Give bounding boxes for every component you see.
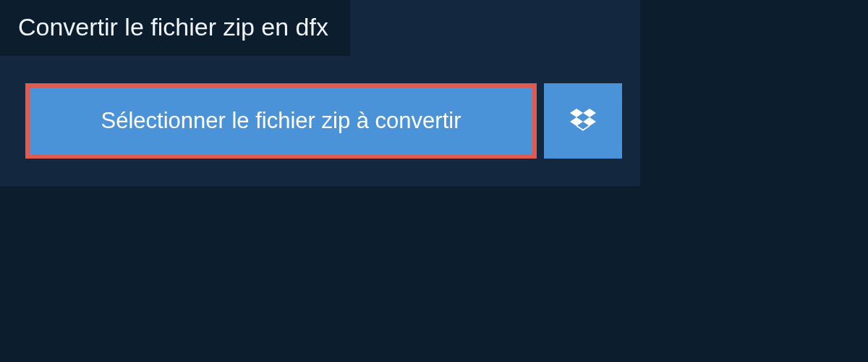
dropbox-icon — [570, 106, 596, 135]
action-row: Sélectionner le fichier zip à convertir — [0, 56, 640, 159]
tab-section: Convertir le fichier zip en dfx — [0, 0, 640, 56]
select-file-label: Sélectionner le fichier zip à convertir — [101, 108, 461, 134]
dropbox-button[interactable] — [544, 83, 622, 159]
tab-convert[interactable]: Convertir le fichier zip en dfx — [0, 0, 350, 56]
select-file-button[interactable]: Sélectionner le fichier zip à convertir — [25, 83, 537, 159]
converter-panel: Convertir le fichier zip en dfx Sélectio… — [0, 0, 640, 186]
tab-label: Convertir le fichier zip en dfx — [18, 13, 328, 41]
